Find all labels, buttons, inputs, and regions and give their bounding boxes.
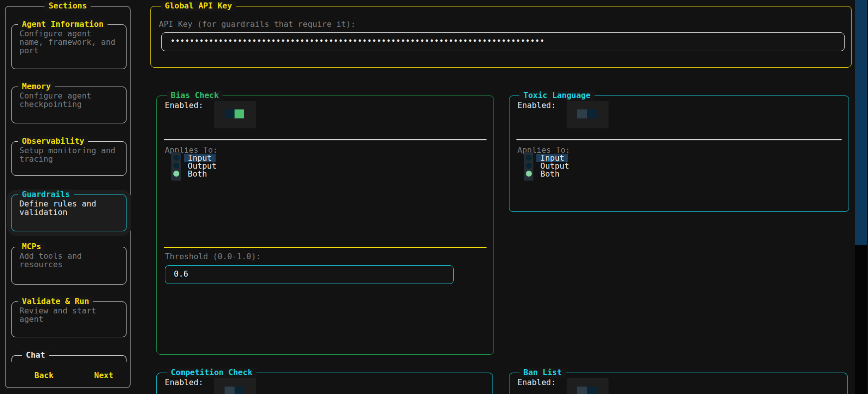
enabled-label: Enabled: [517, 101, 556, 109]
radio-both[interactable] [173, 171, 179, 177]
sidebar-item-label: Guardrails [18, 190, 74, 199]
competition-enabled-switch[interactable] [214, 378, 256, 394]
sidebar-item-observability[interactable]: Observability Setup monitoring and traci… [11, 141, 126, 176]
divider [516, 139, 842, 140]
panel-title: Global API Key [161, 1, 236, 11]
panel-title: Bias Check [167, 91, 223, 100]
bias-check-panel: Bias Check Enabled: Applies To: Input Ou… [156, 96, 494, 355]
sections-sidebar: Sections Agent Information Configure age… [5, 6, 130, 388]
ban-list-enabled-switch[interactable] [567, 378, 609, 394]
radio-input[interactable] [173, 155, 179, 161]
radio-label-both[interactable]: Both [540, 170, 560, 178]
threshold-value: 0.6 [174, 269, 188, 279]
sidebar-item-chat[interactable]: Chat [11, 355, 126, 362]
divider [164, 247, 487, 248]
competition-check-panel: Competition Check Enabled: [156, 373, 493, 394]
app-window: Sections Agent Information Configure age… [0, 0, 868, 394]
threshold-input[interactable]: 0.6 [165, 265, 454, 284]
panel-title: Competition Check [167, 368, 256, 378]
panel-title: Toxic Language [519, 91, 595, 100]
api-key-label: API Key (for guardrails that require it)… [159, 20, 356, 28]
next-button[interactable]: Next [94, 372, 114, 380]
sidebar-item-label: Validate & Run [18, 296, 93, 306]
sidebar-title: Sections [44, 1, 91, 11]
enabled-label: Enabled: [165, 379, 203, 387]
sidebar-item-memory[interactable]: Memory Configure agent checkpointing [11, 87, 126, 123]
enabled-label: Enabled: [165, 101, 203, 109]
threshold-label: Threshold (0.0-1.0): [165, 253, 261, 261]
sidebar-item-guardrails[interactable]: Guardrails Define rules and validation [11, 195, 126, 231]
toxic-enabled-switch[interactable] [567, 101, 609, 128]
sidebar-item-label: Chat [22, 350, 49, 360]
sidebar-item-label: MCPs [18, 242, 45, 252]
radio-output[interactable] [173, 163, 179, 169]
back-button[interactable]: Back [34, 372, 54, 380]
radio-input[interactable] [526, 155, 532, 161]
radio-both[interactable] [526, 171, 532, 177]
toxic-language-panel: Toxic Language Enabled: Applies To: Inpu… [509, 96, 849, 212]
switch-track [577, 109, 597, 118]
sidebar-item-label: Observability [18, 136, 88, 146]
sidebar-item-mcps[interactable]: MCPs Add tools and resources [11, 247, 126, 285]
enabled-label: Enabled: [517, 379, 556, 387]
scrollbar-thumb[interactable] [855, 0, 867, 245]
switch-track [225, 387, 244, 394]
api-key-input[interactable]: ••••••••••••••••••••••••••••••••••••••••… [161, 32, 845, 51]
bias-enabled-switch[interactable] [214, 101, 256, 128]
sidebar-item-label: Memory [18, 82, 55, 92]
sidebar-item-validate-run[interactable]: Validate & Run Review and start agent [11, 301, 126, 337]
switch-track [225, 109, 244, 118]
vertical-scrollbar[interactable] [855, 0, 867, 394]
sidebar-item-desc: Configure agent name, framework, and por… [12, 25, 122, 55]
sidebar-item-label: Agent Information [18, 19, 108, 29]
ban-list-panel: Ban List Enabled: [509, 373, 848, 394]
divider [164, 139, 487, 140]
global-api-key-panel: Global API Key API Key (for guardrails t… [150, 6, 852, 68]
panel-title: Ban List [519, 368, 566, 378]
radio-output[interactable] [526, 163, 532, 169]
api-key-masked-value: ••••••••••••••••••••••••••••••••••••••••… [170, 36, 544, 46]
radio-label-both[interactable]: Both [188, 170, 207, 178]
switch-track [577, 387, 597, 394]
sidebar-item-agent-information[interactable]: Agent Information Configure agent name, … [11, 24, 126, 69]
